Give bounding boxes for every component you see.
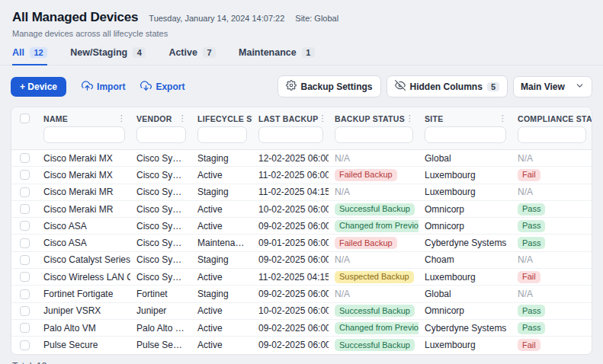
datetime-label: Tuesday, January 14, 2024 14:07:22 (149, 14, 284, 23)
row-checkbox[interactable] (20, 221, 30, 231)
column-header-last-backup: LAST BACKUP (258, 114, 319, 123)
table-row[interactable]: Palo Alto VM Palo Alto Net... Active 09-… (11, 320, 592, 337)
row-checkbox[interactable] (20, 170, 30, 180)
column-menu-icon[interactable]: ⋮ (117, 113, 126, 123)
lifecycle-state-cell: Active (191, 170, 252, 180)
filter-input-compliance[interactable] (518, 126, 586, 143)
site-cell: Omnicorp (419, 305, 512, 316)
last-backup-cell: 09-02-2025 06:00 (252, 289, 329, 299)
cloud-download-icon (140, 80, 152, 94)
row-checkbox[interactable] (20, 306, 30, 316)
add-device-button[interactable]: + Device (11, 77, 66, 97)
backup-status-badge: N/A (335, 154, 350, 164)
site-cell: Luxembourg (419, 170, 512, 180)
site-cell: Choam (419, 254, 512, 265)
vendor-cell: Cisco Syste... (130, 153, 191, 164)
table-row[interactable]: Cisco Catalyst Series SNOW Cisco Syste..… (11, 252, 592, 269)
lifecycle-state-cell: Staging (191, 289, 252, 299)
row-checkbox[interactable] (20, 153, 30, 163)
device-name-cell: Cisco Meraki MR (37, 204, 130, 215)
column-menu-icon[interactable]: ⋮ (319, 113, 327, 123)
page-subtitle: Manage devices across all lifecycle stat… (12, 29, 591, 38)
column-menu-icon[interactable]: ⋮ (499, 113, 507, 123)
row-checkbox[interactable] (20, 255, 30, 265)
tab-maintenance[interactable]: Maintenance 1 (239, 47, 315, 65)
site-cell: Luxembourg (419, 187, 512, 197)
compliance-status-badge: Pass (518, 203, 545, 216)
site-cell: Cyberdyne Systems (419, 238, 512, 248)
compliance-status-cell: Pass (512, 305, 592, 317)
vendor-cell: Cisco Syste... (130, 238, 191, 248)
site-cell: Omnicorp (419, 204, 512, 215)
row-checkbox[interactable] (20, 187, 30, 197)
table-body: Cisco Meraki MX Cisco Syste... Staging 1… (11, 150, 592, 354)
column-header-vendor: VENDOR (136, 114, 172, 123)
last-backup-cell: 09-01-2025 06:00 (252, 238, 329, 248)
lifecycle-state-cell: Staging (191, 254, 252, 265)
import-button[interactable]: Import (82, 80, 125, 94)
table-row[interactable]: Cisco ASA Cisco Syste... Active 09-02-20… (11, 218, 592, 235)
view-select[interactable]: Main View (513, 76, 592, 97)
compliance-status-badge: Fail (518, 271, 540, 283)
table-row[interactable]: Cisco Meraki MR Cisco Syste... Staging 1… (11, 184, 592, 201)
table-row[interactable]: Cisco ASA Cisco Syste... Maintenance 09-… (11, 235, 592, 251)
last-backup-cell: 09-02-2025 06:00 (252, 323, 329, 334)
vendor-cell: Cisco Syste... (130, 254, 191, 265)
column-header-name: NAME (43, 114, 68, 123)
device-name-cell: Cisco Meraki MR (37, 187, 130, 197)
tab-count-badge: 12 (30, 47, 47, 58)
table-row[interactable]: Cisco Wireless LAN Controller Cisco Syst… (11, 269, 592, 286)
page-title: All Managed Devices (12, 10, 138, 25)
device-name-cell: Cisco Meraki MX (37, 170, 130, 180)
tab-new-staging[interactable]: New/Staging 4 (70, 47, 146, 65)
column-menu-icon[interactable]: ⋮ (406, 113, 414, 123)
row-checkbox[interactable] (20, 289, 30, 299)
hidden-columns-button[interactable]: Hidden Columns 5 (386, 75, 508, 97)
backup-status-cell: Successful Backup (329, 339, 419, 351)
filter-input-last-backup[interactable] (258, 126, 323, 143)
tab-all[interactable]: All 12 (12, 47, 47, 65)
table-row[interactable]: Cisco Meraki MX Cisco Syste... Staging 1… (11, 150, 592, 167)
compliance-status-cell: Pass (512, 220, 592, 232)
table-row[interactable]: Cisco Meraki MR Cisco Syste... Active 10… (11, 201, 592, 218)
compliance-status-badge: Fail (518, 339, 540, 351)
device-name-cell: Pulse Secure (37, 340, 130, 350)
backup-settings-button[interactable]: Backup Settings (277, 75, 381, 97)
column-header-site: SITE (425, 114, 444, 123)
filter-input-backup-status[interactable] (335, 126, 413, 143)
chevron-down-icon (575, 81, 585, 93)
filter-input-name[interactable] (43, 126, 125, 143)
backup-status-badge: N/A (335, 187, 350, 197)
tab-count-badge: 7 (203, 47, 216, 58)
compliance-status-badge: N/A (518, 289, 533, 299)
filter-input-lifecycle[interactable] (197, 126, 247, 143)
compliance-status-badge: N/A (518, 154, 533, 164)
import-label: Import (97, 81, 125, 92)
row-checkbox[interactable] (20, 272, 30, 282)
filter-input-vendor[interactable] (136, 126, 186, 143)
filter-input-site[interactable] (425, 126, 506, 143)
last-backup-cell: 12-02-2025 06:00 (252, 153, 329, 164)
tab-label: New/Staging (70, 47, 127, 58)
table-row[interactable]: Cisco Meraki MX Cisco Syste... Active 11… (11, 167, 592, 184)
site-label: Site: Global (295, 14, 338, 23)
backup-status-badge: Failed Backup (335, 169, 397, 181)
column-menu-icon[interactable]: ⋮ (178, 113, 187, 123)
compliance-status-badge: Fail (518, 169, 540, 181)
row-checkbox[interactable] (20, 204, 30, 214)
row-checkbox[interactable] (20, 238, 30, 248)
row-checkbox[interactable] (20, 340, 30, 350)
tab-active[interactable]: Active 7 (168, 47, 216, 65)
table-row[interactable]: Fortinet Fortigate Fortinet Staging 09-0… (11, 286, 592, 302)
column-header-lifecycle: LIFECYCLE ST... (197, 114, 252, 123)
backup-status-cell: Failed Backup (329, 169, 419, 181)
select-all-checkbox[interactable] (20, 113, 30, 123)
export-button[interactable]: Export (140, 80, 184, 94)
table-row[interactable]: Juniper VSRX Juniper Active 10-02-2025 0… (11, 303, 592, 320)
table-row[interactable]: Pulse Secure Pulse Secure Active 09-02-2… (11, 337, 592, 353)
devices-table: NAME⋮ VENDOR⋮ LIFECYCLE ST...⋮ LAST BACK… (11, 107, 592, 355)
device-name-cell: Juniper VSRX (37, 305, 130, 316)
backup-status-cell: N/A (329, 153, 419, 164)
row-checkbox[interactable] (20, 323, 30, 333)
toolbar: + Device Import Export Backup Settings H… (0, 65, 603, 107)
